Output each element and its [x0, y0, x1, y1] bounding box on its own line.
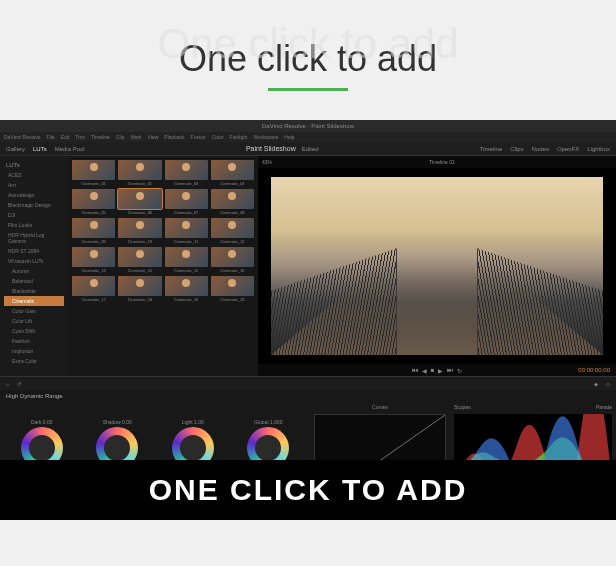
toolbar-clips[interactable]: Clips: [510, 146, 523, 152]
lut-thumbnail[interactable]: Cinematic_20: [211, 276, 254, 302]
lut-thumbnail[interactable]: Cinematic_13: [72, 247, 115, 273]
toolbar-timeline[interactable]: Timeline: [480, 146, 502, 152]
menu-item[interactable]: Trim: [75, 134, 85, 140]
lut-thumbnail[interactable]: Cinematic_14: [118, 247, 161, 273]
sidebar-item[interactable]: Astrodesign: [4, 190, 64, 200]
sidebar-sub-item[interactable]: Implosion: [4, 346, 64, 356]
thumbnail-image: [211, 276, 254, 296]
lut-thumbnail[interactable]: Cinematic_01: [72, 160, 115, 186]
menu-item[interactable]: Help: [284, 134, 294, 140]
next-clip-button[interactable]: ⏭: [447, 367, 453, 373]
lut-thumbnail[interactable]: Cinematic_09: [72, 218, 115, 244]
face-icon: [136, 192, 144, 200]
lut-thumbnail[interactable]: Cinematic_08: [211, 189, 254, 215]
thumbnail-label: Cinematic_02: [118, 181, 161, 186]
thumbnail-image: [72, 189, 115, 209]
sidebar-item[interactable]: HDR ST 2084: [4, 246, 64, 256]
stop-button[interactable]: ■: [431, 367, 435, 373]
toolbar-lightbox[interactable]: Lightbox: [587, 146, 610, 152]
hero-underline: [268, 88, 348, 91]
viewer-fit[interactable]: 43%: [262, 159, 272, 165]
menu-item[interactable]: File: [47, 134, 55, 140]
sidebar-item[interactable]: Arri: [4, 180, 64, 190]
menu-item[interactable]: Fairlight: [230, 134, 248, 140]
thumbnail-label: Cinematic_03: [165, 181, 208, 186]
sidebar-item[interactable]: HDR Hybrid Log Gamma: [4, 230, 64, 246]
menu-item[interactable]: Clip: [116, 134, 125, 140]
lut-thumbnail[interactable]: Cinematic_11: [165, 218, 208, 244]
sidebar-item[interactable]: VKrasavin LUTs: [4, 256, 64, 266]
menu-item[interactable]: Color: [212, 134, 224, 140]
lut-thumbnail[interactable]: Cinematic_10: [118, 218, 161, 244]
sidebar-sub-item[interactable]: Color Gain: [4, 306, 64, 316]
menu-item[interactable]: Edit: [61, 134, 70, 140]
face-icon: [228, 163, 236, 171]
face-icon: [90, 250, 98, 258]
search-icon[interactable]: ⌕: [6, 381, 9, 387]
thumbnail-image: [165, 160, 208, 180]
lut-thumbnail[interactable]: Cinematic_02: [118, 160, 161, 186]
lut-thumbnail[interactable]: Cinematic_04: [211, 160, 254, 186]
sidebar-sub-item[interactable]: Balanced: [4, 276, 64, 286]
mid-toolbar: ⌕ ↺ ◆ ◇: [0, 376, 616, 390]
thumbnail-label: Cinematic_04: [211, 181, 254, 186]
sidebar-sub-item[interactable]: Fashion: [4, 336, 64, 346]
lut-thumbnail[interactable]: Cinematic_12: [211, 218, 254, 244]
thumbnail-label: Cinematic_18: [118, 297, 161, 302]
play-button[interactable]: ▶: [438, 367, 443, 374]
thumbnail-label: Cinematic_19: [165, 297, 208, 302]
thumbnail-label: Cinematic_05: [72, 210, 115, 215]
lut-thumbnail[interactable]: Cinematic_17: [72, 276, 115, 302]
sidebar-item[interactable]: DJI: [4, 210, 64, 220]
keyframe-icon[interactable]: ◆: [594, 381, 598, 387]
loop-button[interactable]: ↻: [457, 367, 462, 374]
lut-thumbnails-grid: Cinematic_01Cinematic_02Cinematic_03Cine…: [68, 156, 258, 376]
sidebar-sub-item[interactable]: Extra Color: [4, 356, 64, 366]
sidebar-sub-item[interactable]: Autumn: [4, 266, 64, 276]
menu-item[interactable]: Mark: [130, 134, 141, 140]
sidebar-item[interactable]: Film Looks: [4, 220, 64, 230]
keyframe-icon[interactable]: ◇: [606, 381, 610, 387]
lut-thumbnail[interactable]: Cinematic_16: [211, 247, 254, 273]
face-icon: [136, 279, 144, 287]
menu-item[interactable]: Workspace: [253, 134, 278, 140]
sidebar-sub-item[interactable]: Color Lift: [4, 316, 64, 326]
parade-label[interactable]: Parade: [596, 404, 612, 410]
face-icon: [182, 163, 190, 171]
menu-item[interactable]: DaVinci Resolve: [4, 134, 41, 140]
menu-item[interactable]: View: [148, 134, 159, 140]
prev-clip-button[interactable]: ⏮: [412, 367, 418, 373]
face-icon: [90, 192, 98, 200]
thumbnail-label: Cinematic_11: [165, 239, 208, 244]
sidebar-sub-item-selected[interactable]: Cinematic: [4, 296, 64, 306]
menu-item[interactable]: Fusion: [191, 134, 206, 140]
sidebar-item[interactable]: Blackmagic Design: [4, 200, 64, 210]
lut-thumbnail[interactable]: Cinematic_06: [118, 189, 161, 215]
play-reverse-button[interactable]: ◀: [422, 367, 427, 374]
thumbnail-label: Cinematic_13: [72, 268, 115, 273]
sidebar-sub-item[interactable]: Cyan Shift: [4, 326, 64, 336]
viewer-timeline-label[interactable]: Timeline 01: [429, 159, 455, 165]
lut-thumbnail[interactable]: Cinematic_19: [165, 276, 208, 302]
reset-icon[interactable]: ↺: [17, 381, 21, 387]
toolbar-gallery[interactable]: Gallery: [6, 146, 25, 152]
toolbar-nodes[interactable]: Nodes: [532, 146, 549, 152]
lut-thumbnail[interactable]: Cinematic_07: [165, 189, 208, 215]
toolbar-luts[interactable]: LUTs: [33, 146, 47, 152]
lut-thumbnail[interactable]: Cinematic_05: [72, 189, 115, 215]
sidebar-sub-item[interactable]: Blackwhite: [4, 286, 64, 296]
preview-image: [271, 177, 604, 356]
timecode[interactable]: 00:00:00;00: [578, 367, 610, 373]
toolbar-media-pool[interactable]: Media Pool: [55, 146, 85, 152]
lut-thumbnail[interactable]: Cinematic_03: [165, 160, 208, 186]
menu-item[interactable]: Playback: [164, 134, 184, 140]
viewer-canvas[interactable]: [258, 168, 616, 364]
lut-thumbnail[interactable]: Cinematic_18: [118, 276, 161, 302]
lut-thumbnail[interactable]: Cinematic_15: [165, 247, 208, 273]
wheel-label: Light 1.00: [172, 419, 214, 425]
sidebar-item[interactable]: ACES: [4, 170, 64, 180]
face-icon: [136, 163, 144, 171]
toolbar-openfx[interactable]: OpenFX: [557, 146, 579, 152]
thumbnail-label: Cinematic_07: [165, 210, 208, 215]
menu-item[interactable]: Timeline: [91, 134, 110, 140]
